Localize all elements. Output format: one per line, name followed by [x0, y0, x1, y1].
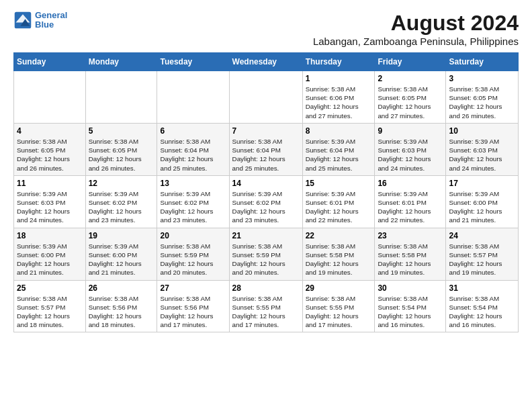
calendar-cell: 23Sunrise: 5:38 AM Sunset: 5:58 PM Dayli… [375, 228, 446, 280]
month-year: August 2024 [313, 11, 519, 36]
day-number: 9 [378, 126, 443, 136]
calendar-cell: 10Sunrise: 5:39 AM Sunset: 6:03 PM Dayli… [446, 123, 519, 175]
header-cell: Monday [85, 53, 157, 71]
calendar-cell: 30Sunrise: 5:38 AM Sunset: 5:54 PM Dayli… [375, 280, 446, 332]
logo-line2: Blue [35, 19, 54, 30]
calendar-cell: 29Sunrise: 5:38 AM Sunset: 5:55 PM Dayli… [302, 280, 375, 332]
calendar-week: 11Sunrise: 5:39 AM Sunset: 6:03 PM Dayli… [14, 175, 519, 228]
calendar-cell: 12Sunrise: 5:39 AM Sunset: 6:02 PM Dayli… [85, 175, 157, 228]
day-number: 17 [449, 179, 515, 188]
header-cell: Sunday [14, 53, 86, 71]
calendar-cell: 2Sunrise: 5:38 AM Sunset: 6:05 PM Daylig… [375, 71, 446, 124]
calendar-week: 18Sunrise: 5:39 AM Sunset: 6:00 PM Dayli… [14, 228, 519, 280]
calendar-cell: 26Sunrise: 5:38 AM Sunset: 5:56 PM Dayli… [85, 280, 157, 332]
day-number: 28 [232, 283, 300, 293]
calendar-body: 1Sunrise: 5:38 AM Sunset: 6:06 PM Daylig… [14, 71, 519, 332]
logo-text: General Blue [35, 11, 67, 30]
calendar-cell: 4Sunrise: 5:38 AM Sunset: 6:05 PM Daylig… [14, 123, 86, 175]
calendar-cell: 15Sunrise: 5:39 AM Sunset: 6:01 PM Dayli… [302, 175, 375, 228]
day-info: Sunrise: 5:38 AM Sunset: 5:55 PM Dayligh… [232, 294, 300, 330]
day-info: Sunrise: 5:38 AM Sunset: 5:58 PM Dayligh… [306, 242, 372, 277]
day-number: 31 [449, 283, 515, 293]
calendar-cell: 25Sunrise: 5:38 AM Sunset: 5:57 PM Dayli… [14, 280, 86, 332]
day-number: 5 [89, 126, 154, 136]
page-header: General Blue August 2024 Labangan, Zambo… [13, 11, 519, 47]
day-number: 29 [306, 283, 372, 293]
calendar-cell: 22Sunrise: 5:38 AM Sunset: 5:58 PM Dayli… [302, 228, 375, 280]
calendar-cell [85, 71, 157, 124]
day-info: Sunrise: 5:38 AM Sunset: 5:57 PM Dayligh… [449, 242, 515, 277]
day-info: Sunrise: 5:38 AM Sunset: 6:05 PM Dayligh… [17, 137, 83, 173]
day-info: Sunrise: 5:39 AM Sunset: 6:02 PM Dayligh… [232, 189, 300, 225]
calendar-cell [157, 71, 229, 124]
calendar-cell [229, 71, 302, 124]
day-number: 7 [232, 126, 300, 136]
header-cell: Wednesday [229, 53, 302, 71]
calendar-cell: 13Sunrise: 5:39 AM Sunset: 6:02 PM Dayli… [157, 175, 229, 228]
day-info: Sunrise: 5:39 AM Sunset: 6:03 PM Dayligh… [378, 137, 443, 173]
header-cell: Thursday [302, 53, 375, 71]
title-area: August 2024 Labangan, Zamboanga Peninsul… [313, 11, 519, 47]
calendar-cell: 1Sunrise: 5:38 AM Sunset: 6:06 PM Daylig… [302, 71, 375, 124]
calendar-cell: 8Sunrise: 5:39 AM Sunset: 6:04 PM Daylig… [302, 123, 375, 175]
day-number: 25 [17, 283, 83, 293]
day-info: Sunrise: 5:38 AM Sunset: 5:58 PM Dayligh… [378, 242, 443, 277]
day-info: Sunrise: 5:38 AM Sunset: 6:04 PM Dayligh… [232, 137, 300, 173]
day-info: Sunrise: 5:38 AM Sunset: 5:59 PM Dayligh… [160, 242, 226, 277]
day-number: 26 [89, 283, 154, 293]
day-info: Sunrise: 5:38 AM Sunset: 6:05 PM Dayligh… [378, 85, 443, 120]
header-row: SundayMondayTuesdayWednesdayThursdayFrid… [14, 53, 519, 71]
day-info: Sunrise: 5:39 AM Sunset: 6:02 PM Dayligh… [160, 189, 226, 225]
day-info: Sunrise: 5:39 AM Sunset: 6:00 PM Dayligh… [89, 242, 154, 277]
calendar-week: 25Sunrise: 5:38 AM Sunset: 5:57 PM Dayli… [14, 280, 519, 332]
day-info: Sunrise: 5:39 AM Sunset: 6:04 PM Dayligh… [306, 137, 372, 173]
day-info: Sunrise: 5:38 AM Sunset: 5:54 PM Dayligh… [449, 294, 515, 330]
calendar-cell: 14Sunrise: 5:39 AM Sunset: 6:02 PM Dayli… [229, 175, 302, 228]
day-number: 8 [306, 126, 372, 136]
calendar-cell: 11Sunrise: 5:39 AM Sunset: 6:03 PM Dayli… [14, 175, 86, 228]
day-number: 10 [449, 126, 515, 136]
calendar-cell: 7Sunrise: 5:38 AM Sunset: 6:04 PM Daylig… [229, 123, 302, 175]
logo: General Blue [13, 11, 67, 30]
calendar-cell: 3Sunrise: 5:38 AM Sunset: 6:05 PM Daylig… [446, 71, 519, 124]
calendar-cell: 5Sunrise: 5:38 AM Sunset: 6:05 PM Daylig… [85, 123, 157, 175]
day-info: Sunrise: 5:38 AM Sunset: 5:55 PM Dayligh… [306, 294, 372, 330]
calendar-cell: 31Sunrise: 5:38 AM Sunset: 5:54 PM Dayli… [446, 280, 519, 332]
logo-icon [13, 11, 32, 30]
location: Labangan, Zamboanga Peninsula, Philippin… [313, 36, 519, 47]
day-info: Sunrise: 5:39 AM Sunset: 6:03 PM Dayligh… [17, 189, 83, 225]
calendar-cell: 6Sunrise: 5:38 AM Sunset: 6:04 PM Daylig… [157, 123, 229, 175]
header-cell: Friday [375, 53, 446, 71]
calendar-cell: 17Sunrise: 5:39 AM Sunset: 6:00 PM Dayli… [446, 175, 519, 228]
day-info: Sunrise: 5:38 AM Sunset: 6:05 PM Dayligh… [89, 137, 154, 173]
day-number: 18 [17, 231, 83, 240]
calendar-cell: 27Sunrise: 5:38 AM Sunset: 5:56 PM Dayli… [157, 280, 229, 332]
day-number: 16 [378, 179, 443, 188]
header-cell: Saturday [446, 53, 519, 71]
calendar-cell: 18Sunrise: 5:39 AM Sunset: 6:00 PM Dayli… [14, 228, 86, 280]
day-number: 14 [232, 179, 300, 188]
day-number: 13 [160, 179, 226, 188]
day-number: 27 [160, 283, 226, 293]
day-number: 22 [306, 231, 372, 240]
day-number: 11 [17, 179, 83, 188]
day-number: 1 [306, 74, 372, 83]
calendar-cell: 21Sunrise: 5:38 AM Sunset: 5:59 PM Dayli… [229, 228, 302, 280]
calendar-cell: 16Sunrise: 5:39 AM Sunset: 6:01 PM Dayli… [375, 175, 446, 228]
calendar-cell: 28Sunrise: 5:38 AM Sunset: 5:55 PM Dayli… [229, 280, 302, 332]
day-info: Sunrise: 5:39 AM Sunset: 6:01 PM Dayligh… [306, 189, 372, 225]
day-info: Sunrise: 5:38 AM Sunset: 5:56 PM Dayligh… [89, 294, 154, 330]
calendar-table: SundayMondayTuesdayWednesdayThursdayFrid… [13, 52, 519, 332]
day-info: Sunrise: 5:38 AM Sunset: 6:04 PM Dayligh… [160, 137, 226, 173]
day-info: Sunrise: 5:38 AM Sunset: 5:57 PM Dayligh… [17, 294, 83, 330]
calendar-week: 4Sunrise: 5:38 AM Sunset: 6:05 PM Daylig… [14, 123, 519, 175]
header-cell: Tuesday [157, 53, 229, 71]
calendar-cell: 20Sunrise: 5:38 AM Sunset: 5:59 PM Dayli… [157, 228, 229, 280]
day-info: Sunrise: 5:38 AM Sunset: 5:56 PM Dayligh… [160, 294, 226, 330]
day-number: 2 [378, 74, 443, 83]
calendar-cell: 19Sunrise: 5:39 AM Sunset: 6:00 PM Dayli… [85, 228, 157, 280]
day-info: Sunrise: 5:39 AM Sunset: 6:03 PM Dayligh… [449, 137, 515, 173]
day-info: Sunrise: 5:38 AM Sunset: 5:54 PM Dayligh… [378, 294, 443, 330]
calendar-cell [14, 71, 86, 124]
day-info: Sunrise: 5:39 AM Sunset: 6:00 PM Dayligh… [449, 189, 515, 225]
